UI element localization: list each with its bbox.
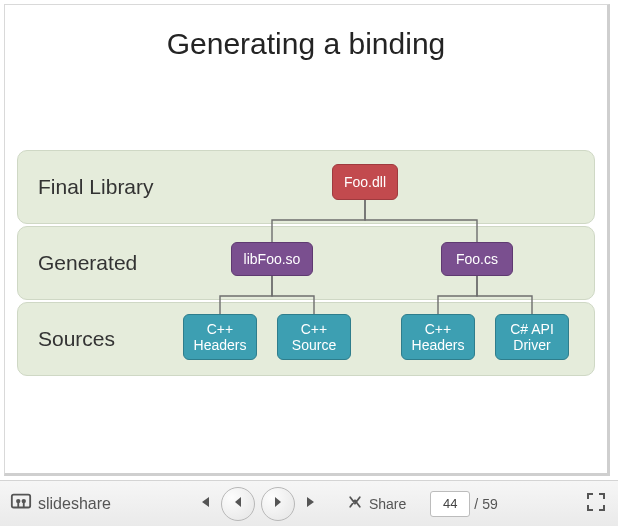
share-icon bbox=[345, 494, 365, 513]
fullscreen-button[interactable] bbox=[584, 492, 608, 516]
chevron-right-icon bbox=[271, 495, 285, 512]
node-foo-dll: Foo.dll bbox=[332, 164, 398, 200]
svg-point-2 bbox=[22, 498, 26, 502]
chevron-left-icon bbox=[231, 495, 245, 512]
brand-label: slideshare bbox=[38, 495, 111, 513]
page-total: 59 bbox=[482, 496, 498, 512]
page-separator: / bbox=[474, 496, 478, 512]
slideshare-viewer: Generating a binding Final Library Gener… bbox=[0, 0, 618, 526]
share-label: Share bbox=[369, 496, 406, 512]
prev-slide-button[interactable] bbox=[221, 487, 255, 521]
brand[interactable]: slideshare bbox=[10, 491, 111, 517]
slide-frame[interactable]: Generating a binding Final Library Gener… bbox=[4, 4, 610, 476]
skip-last-icon bbox=[305, 495, 319, 512]
share-button[interactable]: Share bbox=[345, 494, 406, 513]
svg-point-1 bbox=[16, 498, 20, 502]
node-cpp-headers-1: C++Headers bbox=[183, 314, 257, 360]
slide-title: Generating a binding bbox=[5, 27, 607, 61]
node-cpp-source: C++Source bbox=[277, 314, 351, 360]
last-slide-button[interactable] bbox=[301, 493, 323, 515]
nav-controls bbox=[193, 487, 323, 521]
node-csharp-driver: C# APIDriver bbox=[495, 314, 569, 360]
node-cpp-headers-2: C++Headers bbox=[401, 314, 475, 360]
svg-rect-0 bbox=[12, 494, 30, 507]
skip-first-icon bbox=[197, 495, 211, 512]
page-current-input[interactable] bbox=[430, 491, 470, 517]
fullscreen-icon bbox=[586, 492, 606, 515]
first-slide-button[interactable] bbox=[193, 493, 215, 515]
node-libfoo-so: libFoo.so bbox=[231, 242, 313, 276]
next-slide-button[interactable] bbox=[261, 487, 295, 521]
diagram-nodes: Foo.dll libFoo.so Foo.cs C++Headers C++S… bbox=[17, 150, 595, 380]
page-indicator: / 59 bbox=[430, 491, 497, 517]
node-foo-cs: Foo.cs bbox=[441, 242, 513, 276]
player-toolbar: slideshare bbox=[0, 480, 618, 526]
slideshare-logo-icon bbox=[10, 491, 32, 517]
slide-area: Generating a binding Final Library Gener… bbox=[0, 0, 618, 480]
